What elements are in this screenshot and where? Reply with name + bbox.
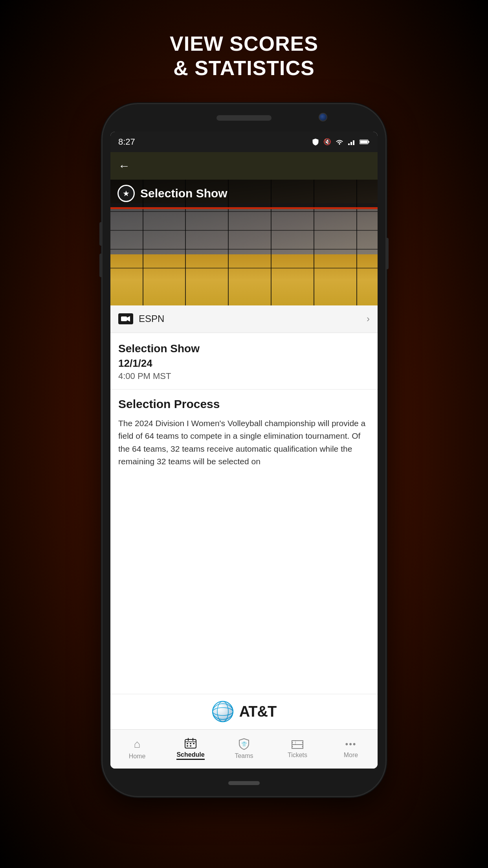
selection-process-section: Selection Process The 2024 Division I Wo… [110,390,378,694]
att-text: AT&T [239,703,277,720]
phone-device: 8:27 🔇 [103,104,385,796]
svg-rect-1 [348,143,350,145]
svg-point-13 [213,701,233,722]
espn-icon [118,313,133,324]
more-label: More [344,752,358,759]
headline-line2: & STATISTICS [170,56,318,80]
status-icons: 🔇 [312,138,370,146]
espn-left: ESPN [118,313,164,324]
svg-rect-2 [350,142,352,145]
phone-vol-button-1 [99,222,103,246]
tickets-icon [291,739,304,749]
more-icon: ••• [345,739,356,749]
battery-icon [360,139,370,145]
net-h3 [110,249,378,250]
nav-item-home[interactable]: ⌂ Home [110,730,164,769]
net-top-bar [110,207,378,209]
teams-icon: 👕 [238,738,250,750]
event-details: Selection Show 12/1/24 4:00 PM MST [110,333,378,389]
status-bar: 8:27 🔇 [110,132,378,152]
star-icon: ★ [123,189,130,198]
page-background: VIEW SCORES & STATISTICS 8:27 [0,0,488,868]
espn-chevron-icon: › [367,313,370,324]
svg-point-0 [339,143,340,144]
hero-banner: ★ Selection Show [110,180,378,207]
video-camera-icon [121,315,130,322]
event-time: 4:00 PM MST [118,371,370,381]
event-title: Selection Show [118,342,370,355]
phone-home-button [228,781,260,785]
net-h1 [110,211,378,212]
att-banner: AT&T [110,694,378,729]
selection-process-body: The 2024 Division I Women's Volleyball c… [118,417,370,468]
phone-vol-button-2 [99,254,103,277]
selection-process-heading: Selection Process [118,397,370,411]
svg-rect-18 [187,743,188,744]
net-h2 [110,230,378,231]
svg-rect-19 [190,743,191,744]
hero-image: ★ Selection Show [110,180,378,305]
nav-item-tickets[interactable]: Tickets [271,730,324,769]
page-headline: VIEW SCORES & STATISTICS [170,31,318,81]
att-logo [212,701,234,723]
event-date: 12/1/24 [118,357,370,370]
phone-power-button [385,238,389,269]
tickets-label: Tickets [288,752,307,759]
headline-line1: VIEW SCORES [170,31,318,56]
phone-camera [319,113,327,121]
nav-item-teams[interactable]: 👕 Teams [217,730,271,769]
svg-rect-21 [187,745,188,747]
hero-title: Selection Show [140,187,227,200]
mute-icon: 🔇 [323,138,331,145]
back-button[interactable]: ← [118,159,130,173]
hero-logo-circle: ★ [117,185,135,202]
svg-rect-7 [121,316,127,321]
phone-speaker [216,115,272,121]
status-time: 8:27 [118,137,135,147]
svg-marker-8 [127,316,130,322]
teams-label: Teams [235,752,253,760]
espn-row[interactable]: ESPN › [110,305,378,333]
wifi-icon [335,139,344,145]
svg-rect-3 [353,140,354,145]
svg-rect-6 [360,140,368,143]
shield-icon [312,138,319,146]
signal-icon [348,139,356,145]
svg-text:👕: 👕 [241,741,247,747]
svg-rect-22 [190,745,191,747]
net-h4 [110,268,378,268]
espn-label: ESPN [139,313,164,324]
home-label: Home [129,753,146,760]
app-header: ← [110,152,378,180]
svg-rect-20 [193,743,194,744]
svg-rect-5 [368,141,369,143]
home-icon: ⌂ [134,738,141,750]
schedule-icon [185,738,196,749]
nav-item-more[interactable]: ••• More [324,730,378,769]
phone-screen: 8:27 🔇 [110,132,378,769]
nav-item-schedule[interactable]: Schedule [164,730,217,769]
schedule-label: Schedule [176,751,204,760]
att-globe-icon [212,701,234,723]
bottom-nav: ⌂ Home Sche [110,729,378,769]
